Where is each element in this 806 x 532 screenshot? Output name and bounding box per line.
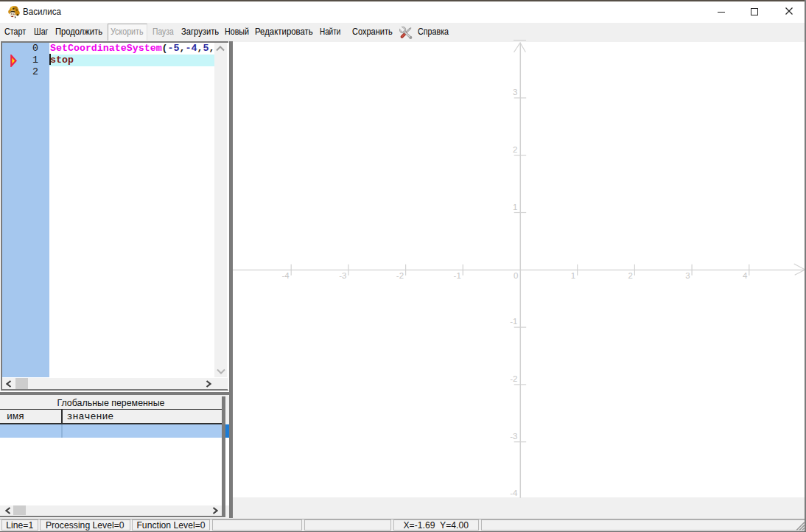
svg-text:-2: -2: [396, 270, 403, 279]
svg-text:2: 2: [513, 144, 517, 153]
svg-text:-2: -2: [510, 374, 517, 382]
svg-text:4: 4: [742, 270, 747, 279]
svg-text:1: 1: [513, 202, 517, 211]
svg-text:-4: -4: [281, 270, 290, 279]
svg-text:-4: -4: [510, 489, 518, 497]
svg-text:3: 3: [513, 87, 517, 96]
svg-text:-3: -3: [339, 270, 346, 279]
svg-text:-3: -3: [510, 431, 517, 440]
svg-text:-1: -1: [510, 317, 517, 326]
svg-text:2: 2: [628, 270, 632, 279]
svg-text:-1: -1: [453, 270, 460, 279]
svg-text:3: 3: [685, 270, 690, 279]
svg-text:1: 1: [570, 270, 575, 279]
svg-text:0: 0: [513, 270, 517, 279]
